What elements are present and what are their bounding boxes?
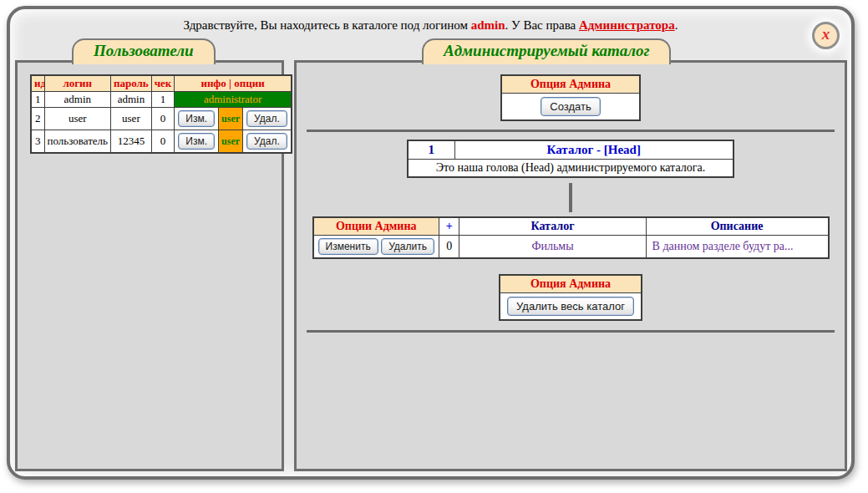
edit-cell: Изм.: [175, 108, 219, 130]
delete-option-box: Опция Админа Удалить весь каталог: [499, 274, 642, 321]
head-id-cell: 1: [408, 140, 454, 160]
tree-connector-line: [569, 183, 572, 212]
header-info-options: инфо | опции: [175, 75, 292, 92]
edit-catalog-button[interactable]: Изменить: [318, 238, 378, 255]
subcatalog-row: Изменить Удалить 0 Фильмы В данном разде…: [313, 236, 829, 259]
role-link[interactable]: Администратора: [579, 18, 675, 32]
create-box-body: Создать: [501, 94, 640, 121]
header-description: Описание: [646, 217, 828, 236]
subcatalog-count-cell: 0: [439, 236, 459, 259]
header-admin-options: Опции Админа: [313, 217, 439, 236]
password-cell: user: [111, 108, 152, 130]
header-plus-link[interactable]: +: [439, 217, 459, 236]
id-cell: 2: [31, 108, 44, 130]
close-icon: x: [822, 25, 830, 43]
user-status-badge: user: [219, 108, 243, 130]
head-title-row: 1 Каталог - [Head]: [408, 140, 733, 160]
subcatalog-name-link[interactable]: Фильмы: [459, 236, 646, 259]
greeting-middle: . У Вас права: [505, 18, 579, 32]
admin-window: Здравствуйте, Вы находитесь в каталоге п…: [7, 6, 855, 480]
users-table: ид логин пароль чек инфо | опции 1 admin…: [30, 74, 292, 154]
users-panel-title: Пользователи: [94, 42, 194, 59]
delete-user-button[interactable]: Удал.: [246, 133, 287, 150]
id-cell: 1: [31, 92, 44, 108]
password-cell: admin: [111, 92, 152, 108]
user-row: 2 user user 0 Изм. user Удал.: [31, 108, 292, 130]
catalog-panel-tab: Администрируемый каталог: [422, 38, 671, 64]
delete-catalog-button[interactable]: Удалить: [381, 238, 434, 255]
header-catalog: Каталог: [459, 217, 646, 236]
greeting-text: Здравствуйте, Вы находитесь в каталоге п…: [10, 18, 851, 33]
delete-user-button[interactable]: Удал.: [246, 110, 287, 127]
login-name: admin: [471, 18, 505, 32]
check-cell: 0: [151, 108, 175, 130]
header-id: ид: [31, 75, 44, 92]
close-button[interactable]: x: [812, 22, 840, 49]
subcatalog-header-row: Опции Админа + Каталог Описание: [313, 217, 829, 236]
header-login: логин: [44, 75, 111, 92]
login-cell: admin: [44, 92, 111, 108]
delete-all-catalog-button[interactable]: Удалить весь каталог: [507, 297, 634, 316]
catalog-head-table: 1 Каталог - [Head] Это наша голова (Head…: [407, 140, 734, 178]
id-cell: 3: [31, 130, 44, 154]
subcatalog-table: Опции Админа + Каталог Описание Изменить…: [312, 216, 830, 259]
create-button[interactable]: Создать: [541, 97, 600, 116]
greeting-prefix: Здравствуйте, Вы находитесь в каталоге п…: [184, 18, 471, 32]
subcatalog-description-cell: В данном разделе будут ра...: [646, 236, 828, 259]
users-panel-tab: Пользователи: [72, 38, 216, 64]
create-box-header: Опция Админа: [501, 75, 640, 94]
login-cell: user: [44, 108, 111, 130]
head-description-row: Это наша голова (Head) администрируемого…: [408, 160, 733, 178]
users-panel: Пользователи ид логин пароль чек инфо | …: [15, 60, 284, 471]
header-check: чек: [151, 75, 175, 92]
catalog-panel-title: Администрируемый каталог: [444, 42, 649, 59]
greeting-suffix: .: [675, 18, 678, 32]
user-row: 3 пользователь 12345 0 Изм. user Удал.: [31, 130, 292, 154]
user-status-badge: user: [219, 130, 243, 154]
delete-box-body: Удалить весь каталог: [500, 293, 642, 321]
edit-user-button[interactable]: Изм.: [178, 110, 215, 127]
subcatalog-options-cell: Изменить Удалить: [313, 236, 439, 259]
check-cell: 1: [151, 92, 175, 108]
edit-cell: Изм.: [175, 130, 219, 154]
catalog-panel: Администрируемый каталог Опция Админа Со…: [294, 60, 847, 471]
admin-status-badge: administrator: [175, 92, 292, 108]
divider-bottom: [307, 330, 835, 333]
login-cell: пользователь: [44, 130, 111, 154]
users-table-header-row: ид логин пароль чек инфо | опции: [31, 75, 292, 92]
header-password: пароль: [111, 75, 152, 92]
delete-cell: Удал.: [243, 108, 292, 130]
delete-cell: Удал.: [243, 130, 292, 154]
delete-box-header: Опция Админа: [500, 275, 642, 293]
create-option-box: Опция Админа Создать: [500, 74, 641, 121]
user-row: 1 admin admin 1 administrator: [31, 92, 292, 108]
head-title-link[interactable]: Каталог - [Head]: [454, 140, 733, 160]
edit-user-button[interactable]: Изм.: [178, 133, 215, 150]
head-description: Это наша голова (Head) администрируемого…: [408, 160, 733, 178]
password-cell: 12345: [111, 130, 152, 154]
check-cell: 0: [151, 130, 175, 154]
divider-top: [307, 130, 835, 132]
